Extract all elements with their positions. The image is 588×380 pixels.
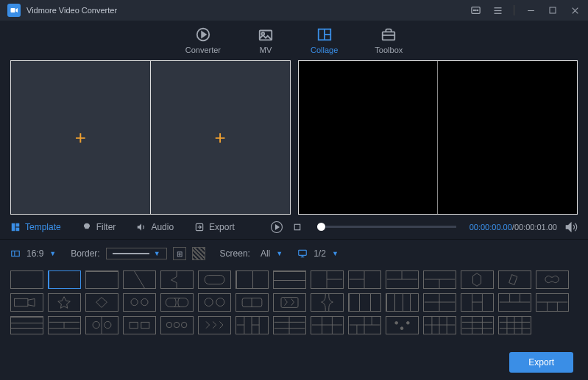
preview-area xyxy=(298,60,578,215)
template-item[interactable] xyxy=(198,316,231,334)
template-item[interactable] xyxy=(123,270,156,289)
template-item[interactable] xyxy=(423,270,456,289)
monitor-icon[interactable] xyxy=(297,248,308,259)
template-item[interactable] xyxy=(273,316,306,334)
template-item[interactable] xyxy=(423,293,456,312)
collage-slot-2[interactable]: + xyxy=(151,61,290,214)
progress-handle[interactable] xyxy=(317,223,325,231)
export-button[interactable]: Export xyxy=(509,352,573,373)
filter-icon xyxy=(82,222,92,232)
collage-icon xyxy=(316,26,333,43)
template-item[interactable] xyxy=(461,293,494,312)
template-item[interactable] xyxy=(235,293,269,312)
svg-rect-41 xyxy=(14,298,27,306)
template-item[interactable] xyxy=(311,270,344,289)
app-logo xyxy=(7,4,21,17)
template-item[interactable] xyxy=(235,316,269,334)
border-pattern-button[interactable] xyxy=(192,247,205,260)
template-item[interactable] xyxy=(10,316,43,334)
svg-rect-22 xyxy=(16,227,20,231)
add-icon: + xyxy=(75,126,86,149)
template-item[interactable] xyxy=(348,270,381,289)
template-item[interactable] xyxy=(123,293,156,312)
template-item[interactable] xyxy=(386,293,419,312)
play-button[interactable] xyxy=(270,221,283,234)
template-item[interactable] xyxy=(10,270,43,289)
template-item[interactable] xyxy=(85,316,118,334)
template-item[interactable] xyxy=(348,293,381,312)
svg-point-88 xyxy=(406,321,409,324)
template-item[interactable] xyxy=(198,270,231,289)
nav-converter[interactable]: Converter xyxy=(185,26,221,54)
aspect-icon[interactable] xyxy=(10,248,21,259)
svg-point-46 xyxy=(216,298,224,306)
template-item[interactable] xyxy=(498,316,531,334)
template-item[interactable] xyxy=(273,270,306,289)
svg-point-4 xyxy=(477,10,478,10)
page-dropdown[interactable]: ▼ xyxy=(332,250,339,257)
template-item[interactable] xyxy=(386,316,419,334)
template-item[interactable] xyxy=(123,316,156,334)
tab-export[interactable]: Export xyxy=(194,222,235,232)
nav-toolbox[interactable]: Toolbox xyxy=(375,26,403,54)
svg-rect-21 xyxy=(16,223,20,226)
template-item[interactable] xyxy=(198,293,231,312)
template-item[interactable] xyxy=(48,293,81,312)
template-item[interactable] xyxy=(311,316,344,334)
tab-filter[interactable]: Filter xyxy=(82,222,116,232)
svg-rect-28 xyxy=(299,250,307,255)
template-item[interactable] xyxy=(536,293,569,312)
template-item[interactable] xyxy=(160,270,194,289)
svg-rect-18 xyxy=(383,32,395,40)
feedback-icon[interactable] xyxy=(470,4,481,16)
aspect-ratio-value: 16:9 xyxy=(26,248,43,259)
progress-bar[interactable] xyxy=(317,226,456,228)
nav-mv[interactable]: MV xyxy=(258,26,274,54)
svg-rect-20 xyxy=(12,223,15,231)
svg-rect-68 xyxy=(141,322,149,328)
template-item[interactable] xyxy=(536,270,569,289)
preview-slot-1 xyxy=(299,61,439,214)
close-icon[interactable] xyxy=(569,4,581,16)
template-item[interactable] xyxy=(48,316,81,334)
tab-template[interactable]: Template xyxy=(10,222,61,232)
template-item[interactable] xyxy=(311,293,344,312)
svg-line-31 xyxy=(135,271,145,288)
template-item[interactable] xyxy=(386,270,419,289)
svg-point-89 xyxy=(400,327,403,330)
template-item[interactable] xyxy=(48,270,81,289)
collage-edit-area: + + xyxy=(10,60,291,215)
svg-point-69 xyxy=(166,322,171,327)
minimize-icon[interactable] xyxy=(525,4,536,16)
tab-audio[interactable]: Audio xyxy=(136,222,174,232)
template-item[interactable] xyxy=(160,293,194,312)
maximize-icon[interactable] xyxy=(547,4,559,16)
svg-rect-49 xyxy=(281,298,298,308)
template-item[interactable] xyxy=(235,270,269,289)
template-item[interactable] xyxy=(85,293,118,312)
border-style-dropdown[interactable]: ▼ xyxy=(106,248,167,259)
converter-icon xyxy=(195,26,211,43)
volume-button[interactable] xyxy=(564,221,578,234)
svg-rect-26 xyxy=(12,251,20,257)
template-item[interactable] xyxy=(461,270,494,289)
aspect-dropdown[interactable]: ▼ xyxy=(49,250,56,257)
screen-dropdown[interactable]: ▼ xyxy=(276,250,283,257)
template-item[interactable] xyxy=(160,316,194,334)
template-item[interactable] xyxy=(498,270,531,289)
svg-point-64 xyxy=(93,321,99,328)
menu-icon[interactable] xyxy=(492,4,503,16)
template-item[interactable] xyxy=(423,316,456,334)
template-item[interactable] xyxy=(273,293,306,312)
collage-slot-1[interactable]: + xyxy=(11,61,151,214)
template-item[interactable] xyxy=(461,316,494,334)
svg-rect-44 xyxy=(166,298,188,307)
template-item[interactable] xyxy=(498,293,531,312)
template-item[interactable] xyxy=(10,293,43,312)
nav-collage[interactable]: Collage xyxy=(311,26,338,54)
template-item[interactable] xyxy=(348,316,381,334)
template-item[interactable] xyxy=(85,270,118,289)
svg-point-43 xyxy=(141,298,148,305)
stop-button[interactable] xyxy=(291,221,304,234)
border-grid-button[interactable]: ⊞ xyxy=(173,247,186,260)
